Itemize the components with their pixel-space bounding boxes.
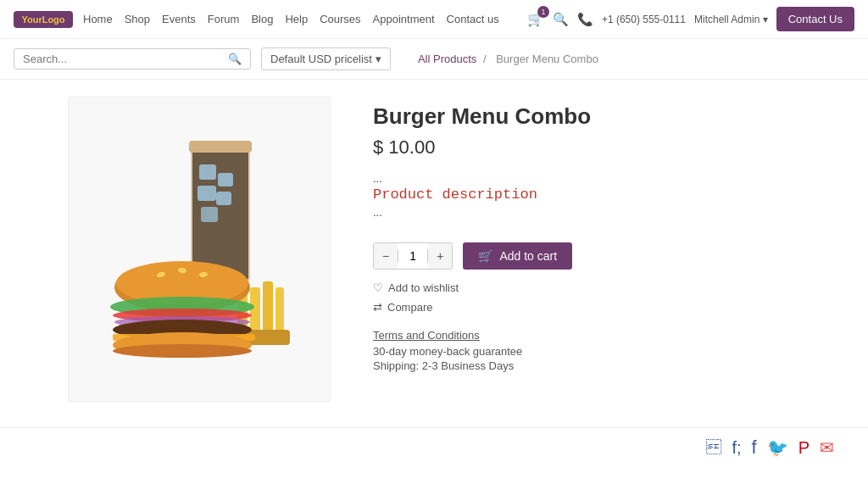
pinterest-link[interactable]: P: [798, 438, 810, 458]
svg-point-25: [113, 344, 252, 358]
cart-icon-btn: 🛒: [478, 249, 492, 263]
logo-your: Your: [21, 14, 42, 25]
compare-row[interactable]: ⇄ Compare: [373, 301, 800, 314]
search-icon-inner: 🔍: [228, 53, 242, 65]
search-bar: 🔍 Default USD pricelist ▾ All Products /…: [0, 39, 868, 80]
nav-events[interactable]: Events: [162, 13, 196, 25]
pricelist-label: Default USD pricelist: [270, 53, 372, 65]
breadcrumb-current: Burger Menu Combo: [496, 53, 598, 65]
product-image: [72, 122, 326, 376]
pricelist-dropdown[interactable]: Default USD pricelist ▾: [261, 47, 391, 70]
nav-shop[interactable]: Shop: [125, 13, 150, 25]
svg-rect-12: [275, 287, 284, 334]
product-image-wrap: [68, 97, 331, 402]
product-description: Product description: [373, 186, 800, 203]
nav-contact-us[interactable]: Contact us: [447, 13, 499, 25]
phone-icon: 📞: [577, 12, 593, 27]
breadcrumb: All Products / Burger Menu Combo: [418, 53, 602, 65]
nav-links: Home Shop Events Forum Blog Help Courses…: [83, 13, 517, 25]
search-input[interactable]: [23, 53, 228, 65]
svg-rect-5: [198, 186, 216, 201]
email-link[interactable]: ✉: [820, 437, 834, 458]
cart-badge: 1: [537, 6, 549, 18]
nav-right: 🛒 1 🔍 📞 +1 (650) 555-0111 Mitchell Admin…: [527, 7, 854, 31]
svg-rect-11: [263, 281, 273, 334]
breadcrumb-separator: /: [483, 53, 487, 65]
quantity-input[interactable]: [398, 249, 428, 263]
qty-increase-button[interactable]: +: [428, 243, 452, 269]
svg-rect-7: [201, 207, 218, 222]
nav-courses[interactable]: Courses: [320, 13, 360, 25]
svg-rect-3: [199, 164, 216, 180]
search-icon[interactable]: 🔍: [553, 12, 569, 27]
add-to-cart-label: Add to cart: [499, 249, 557, 263]
nav-help[interactable]: Help: [285, 13, 308, 25]
navbar: YourLogo Home Shop Events Forum Blog Hel…: [0, 0, 868, 39]
svg-rect-4: [218, 173, 233, 186]
facebook-icon[interactable]: f;: [732, 438, 741, 458]
cart-icon[interactable]: 🛒 1: [527, 11, 544, 27]
product-price: $ 10.00: [373, 136, 800, 159]
logo[interactable]: YourLogo: [14, 11, 73, 28]
quantity-control: − +: [373, 242, 453, 270]
user-menu[interactable]: Mitchell Admin ▾: [694, 14, 768, 25]
product-page: Burger Menu Combo $ 10.00 ... Product de…: [0, 80, 868, 419]
breadcrumb-all-products[interactable]: All Products: [418, 53, 476, 65]
nav-appointment[interactable]: Appointment: [373, 13, 435, 25]
product-details: Burger Menu Combo $ 10.00 ... Product de…: [373, 97, 800, 402]
logo-logo: Logo: [42, 14, 65, 25]
wishlist-row[interactable]: ♡ Add to wishlist: [373, 281, 800, 294]
wishlist-label: Add to wishlist: [388, 281, 459, 294]
nav-forum[interactable]: Forum: [208, 13, 240, 25]
nav-blog[interactable]: Blog: [251, 13, 273, 25]
twitter-link[interactable]: 🐦: [767, 437, 788, 458]
compare-label: Compare: [387, 301, 432, 314]
search-input-wrap: 🔍: [14, 48, 251, 70]
product-title: Burger Menu Combo: [373, 103, 800, 130]
product-desc-dots2: ...: [373, 206, 800, 219]
compare-icon: ⇄: [373, 301, 382, 314]
svg-rect-6: [216, 192, 231, 205]
qty-decrease-button[interactable]: −: [374, 243, 398, 269]
chevron-down-icon: ▾: [376, 53, 381, 65]
phone-number: +1 (650) 555-0111: [602, 14, 686, 25]
svg-rect-8: [189, 141, 252, 153]
facebook-link[interactable]: f: [752, 437, 757, 459]
add-to-cart-button[interactable]: 🛒 Add to cart: [463, 242, 572, 270]
guarantee-text: 30-day money-back guarantee: [373, 345, 800, 358]
terms-link[interactable]: Terms and Conditions: [373, 329, 800, 342]
heart-icon: ♡: [373, 281, 383, 294]
facebook-icon[interactable]: : [706, 439, 721, 457]
contact-button[interactable]: Contact Us: [776, 7, 854, 31]
product-desc-dots1: ...: [373, 172, 800, 185]
shipping-text: Shipping: 2-3 Business Days: [373, 359, 800, 372]
nav-home[interactable]: Home: [83, 13, 113, 25]
footer-area:  f; f 🐦 P ✉: [0, 427, 868, 467]
svg-rect-10: [250, 287, 260, 334]
qty-cart-row: − + 🛒 Add to cart: [373, 242, 800, 270]
